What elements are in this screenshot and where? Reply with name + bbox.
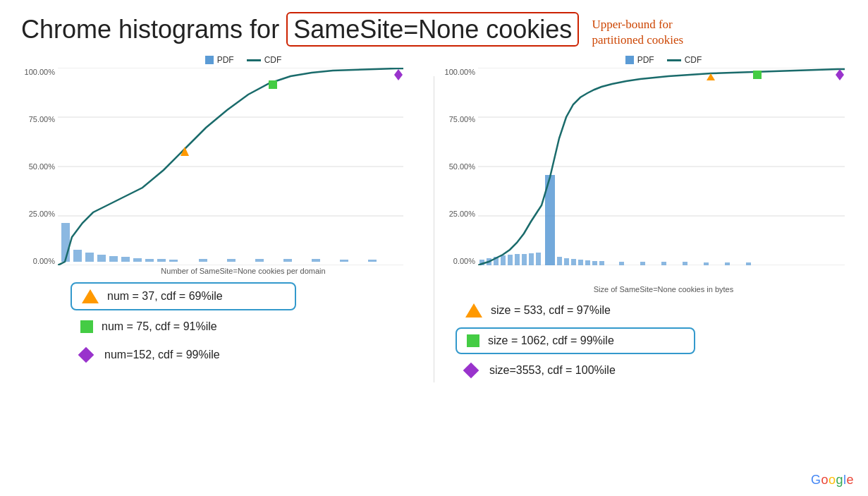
pdf-legend-left: PDF [205,55,234,65]
svg-rect-50 [661,262,666,265]
left-chart-label: Number of SameSite=None cookies per doma… [60,267,427,275]
svg-rect-53 [725,262,730,265]
svg-rect-49 [640,262,645,265]
svg-rect-46 [592,261,597,265]
right-info-text-2: size = 1062, cdf = 99%ile [488,334,614,347]
right-chart-svg: 1 3 5 7 10 14 20 29 40 57 81 114 160 226… [478,68,845,265]
svg-rect-14 [169,260,178,262]
cdf-icon-left [247,59,261,61]
google-logo: Google [811,473,854,488]
left-info-box-1: num = 37, cdf = 69%ile [71,282,296,310]
svg-marker-25 [394,69,403,80]
pdf-icon-right [625,56,634,64]
left-info-text-3: num=152, cdf = 99%ile [104,349,220,361]
left-info-section: num = 37, cdf = 69%ile num = 75, cdf = 9… [71,282,427,367]
title-highlight: SameSite=None cookies [286,12,579,47]
left-info-text-1: num = 37, cdf = 69%ile [107,290,223,303]
svg-rect-21 [368,260,377,262]
svg-rect-43 [571,259,576,265]
charts-row: PDF CDF 100.00% 75.00% 50.00% 25.00% 0.0… [21,55,847,382]
svg-rect-15 [199,259,207,262]
left-chart-svg [58,68,403,265]
pdf-icon-left [205,56,214,64]
page: Chrome histograms for SameSite=None cook… [0,0,868,496]
svg-rect-39 [536,253,541,265]
diamond-marker-r3 [463,363,479,379]
svg-rect-13 [157,259,166,262]
left-y-axis: 100.00% 75.00% 50.00% 25.00% 0.00% [21,68,58,265]
svg-rect-44 [578,260,583,265]
title-prefix: Chrome histograms for [21,15,279,44]
pdf-legend-right: PDF [625,55,654,65]
triangle-marker-r1 [465,303,482,317]
left-info-box-2: num = 75, cdf = 91%ile [71,315,296,339]
right-y-axis: 100.00% 75.00% 50.00% 25.00% 0.00% [441,68,478,265]
main-title: Chrome histograms for SameSite=None cook… [21,14,579,44]
svg-rect-52 [704,262,709,265]
cdf-legend-right: CDF [667,55,702,65]
right-info-text-1: size = 533, cdf = 97%ile [491,304,611,317]
right-chart-label: Size of SameSite=None cookies in bytes [480,285,847,294]
svg-rect-11 [133,258,142,262]
svg-rect-54 [746,262,751,265]
svg-rect-16 [227,259,236,262]
svg-marker-57 [836,69,844,80]
right-legend: PDF CDF [480,55,847,65]
right-info-box-2: size = 1062, cdf = 99%ile [456,327,695,354]
svg-rect-6 [73,250,82,262]
svg-rect-34 [501,255,506,265]
svg-rect-37 [522,254,527,265]
left-legend: PDF CDF [60,55,427,65]
svg-rect-19 [312,259,320,262]
svg-rect-35 [508,255,513,265]
chart-right: PDF CDF 100.00% 75.00% 50.00% 25.00% 0.0… [441,55,847,382]
svg-rect-36 [515,254,520,265]
chart-left: PDF CDF 100.00% 75.00% 50.00% 25.00% 0.0… [21,55,427,382]
cdf-legend-left: CDF [247,55,282,65]
diamond-marker-3 [78,347,94,363]
svg-rect-24 [269,80,277,89]
right-info-section: size = 533, cdf = 97%ile size = 1062, cd… [456,298,847,382]
vertical-divider [434,76,434,382]
right-info-box-1: size = 533, cdf = 97%ile [456,298,695,323]
svg-rect-56 [753,71,762,79]
left-info-text-2: num = 75, cdf = 91%ile [102,320,217,333]
header: Chrome histograms for SameSite=None cook… [21,14,847,48]
left-info-box-3: num=152, cdf = 99%ile [71,343,296,367]
svg-rect-9 [109,256,118,262]
svg-rect-42 [564,258,569,265]
svg-rect-7 [85,253,94,262]
svg-rect-51 [683,262,687,265]
svg-rect-8 [97,255,106,262]
square-marker-2 [80,320,93,333]
annotation: Upper-bound for partitioned cookies [592,17,683,48]
cdf-icon-right [667,59,681,61]
svg-rect-17 [255,259,264,262]
svg-rect-48 [619,262,624,265]
svg-rect-12 [145,259,154,262]
svg-rect-18 [283,259,292,262]
svg-rect-10 [121,257,130,262]
svg-rect-45 [585,260,590,265]
svg-rect-38 [529,253,534,265]
right-info-text-3: size=3553, cdf = 100%ile [489,364,616,377]
svg-rect-47 [599,261,604,265]
svg-rect-5 [61,223,70,262]
triangle-marker-1 [82,289,99,303]
right-info-box-3: size=3553, cdf = 100%ile [456,358,695,382]
square-marker-r2 [467,334,479,347]
svg-rect-20 [340,260,348,262]
svg-rect-41 [557,257,562,265]
